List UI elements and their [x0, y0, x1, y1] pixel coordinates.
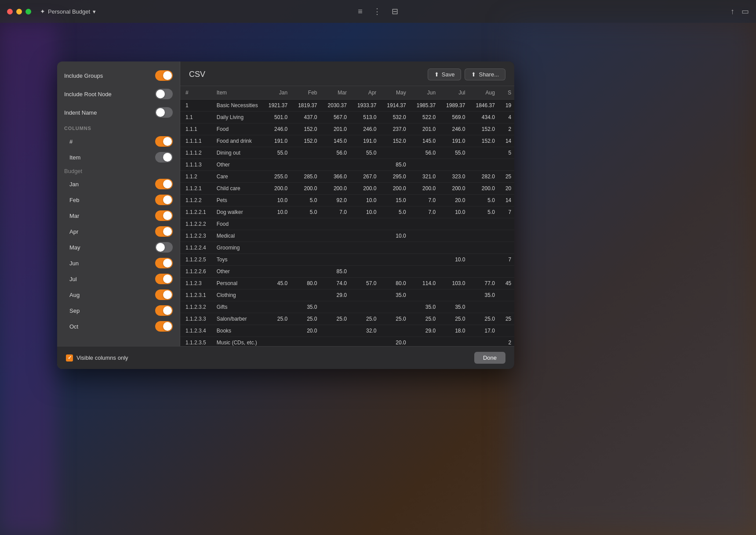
month-jul-toggle[interactable]	[155, 274, 173, 284]
cell-jul: 10.0	[441, 254, 470, 266]
titlebar: ✦ Personal Budget ▾ ≡ ⋮ ⊟ ↑ ▭	[0, 0, 756, 23]
cell-apr	[352, 301, 382, 313]
cell-aug: 77.0	[470, 278, 500, 289]
table-row: 1.1.1.3Other85.0	[180, 159, 514, 171]
cell-feb: 5.0	[293, 206, 322, 218]
month-oct-toggle[interactable]	[155, 321, 173, 332]
month-apr-toggle[interactable]	[155, 226, 173, 237]
month-sep-toggle[interactable]	[155, 305, 173, 316]
cell-jul: 18.0	[441, 325, 470, 337]
month-feb-toggle[interactable]	[155, 195, 173, 205]
cell-s: 7	[500, 254, 514, 266]
cell-may: 35.0	[382, 289, 411, 301]
table-row: 1.1.2.2.6Other85.0	[180, 266, 514, 278]
cell-mar	[323, 159, 352, 171]
month-mar-row: Mar	[64, 210, 173, 221]
month-aug-toggle[interactable]	[155, 289, 173, 300]
month-oct-label: Oct	[69, 323, 78, 330]
list-icon[interactable]: ≡	[358, 7, 363, 16]
cell-jan	[263, 289, 293, 301]
include-groups-row: Include Groups	[64, 70, 173, 81]
col-jun: Jun	[411, 86, 441, 100]
cell-aug: 1846.37	[470, 100, 500, 112]
sidebar-icon[interactable]: ▭	[741, 7, 749, 16]
indent-name-toggle[interactable]	[155, 107, 173, 118]
cell-num: 1.1.2	[180, 171, 211, 183]
cell-item: Toys	[211, 254, 263, 266]
cell-may: 152.0	[382, 135, 411, 147]
month-mar-toggle[interactable]	[155, 210, 173, 221]
titlebar-center: ≡ ⋮ ⊟	[358, 7, 398, 16]
cell-jun	[411, 218, 441, 230]
cell-s: 14	[500, 195, 514, 206]
cell-num: 1.1.2.3	[180, 278, 211, 289]
cell-mar	[323, 301, 352, 313]
cell-num: 1.1.2.2.2	[180, 218, 211, 230]
cell-jul	[441, 230, 470, 242]
cell-s: 14	[500, 135, 514, 147]
left-panel: Include Groups Include Root Node Indent …	[57, 61, 180, 369]
col-sep: S	[500, 86, 514, 100]
cell-apr: 191.0	[352, 135, 382, 147]
visible-columns-label: Visible columns only	[76, 354, 128, 361]
cell-may	[382, 325, 411, 337]
cell-jan	[263, 254, 293, 266]
cell-feb	[293, 254, 322, 266]
cell-aug: 152.0	[470, 135, 500, 147]
table-container[interactable]: # Item Jan Feb Mar Apr May Jun Jul Aug S…	[180, 86, 514, 346]
cell-jan: 55.0	[263, 147, 293, 159]
month-jan-toggle[interactable]	[155, 179, 173, 189]
include-root-toggle[interactable]	[155, 89, 173, 99]
cell-apr: 1933.37	[352, 100, 382, 112]
dots-icon[interactable]: ⋮	[373, 7, 381, 16]
visible-columns-checkbox[interactable]: ✓	[66, 354, 73, 361]
cell-apr: 246.0	[352, 123, 382, 135]
maximize-button[interactable]	[25, 9, 31, 14]
close-button[interactable]	[7, 9, 13, 14]
hash-column-toggle[interactable]	[155, 136, 173, 147]
month-may-toggle[interactable]	[155, 242, 173, 253]
bottom-bar: ✓ Visible columns only Done	[57, 346, 514, 369]
table-row: 1.1Daily Living501.0437.0567.0513.0532.0…	[180, 112, 514, 123]
cell-jun	[411, 242, 441, 254]
cell-mar: 366.0	[323, 171, 352, 183]
cell-s	[500, 230, 514, 242]
cell-mar	[323, 242, 352, 254]
right-panel: CSV ⬆ Save ⬆ Share... # Item Jan	[180, 61, 514, 369]
cell-item: Salon/barber	[211, 313, 263, 325]
cell-jul	[441, 242, 470, 254]
dropdown-icon[interactable]: ▾	[93, 8, 96, 15]
month-jun-toggle[interactable]	[155, 258, 173, 268]
cell-num: 1.1.1.1	[180, 135, 211, 147]
cell-jun: 145.0	[411, 135, 441, 147]
cell-jul	[441, 159, 470, 171]
save-button[interactable]: ⬆ Save	[428, 69, 462, 80]
cell-aug	[470, 337, 500, 347]
item-column-toggle[interactable]	[155, 152, 173, 163]
cell-aug	[470, 218, 500, 230]
cell-apr: 200.0	[352, 183, 382, 195]
cell-jun	[411, 266, 441, 278]
cell-may	[382, 254, 411, 266]
cell-s: 25	[500, 313, 514, 325]
cell-num: 1.1.2.3.4	[180, 325, 211, 337]
cell-jun: 522.0	[411, 112, 441, 123]
done-button[interactable]: Done	[474, 352, 505, 364]
columns-icon[interactable]: ⊟	[392, 7, 398, 16]
cell-apr	[352, 266, 382, 278]
cell-item: Daily Living	[211, 112, 263, 123]
csv-header: CSV ⬆ Save ⬆ Share...	[180, 61, 514, 86]
minimize-button[interactable]	[16, 9, 22, 14]
cell-num: 1.1.2.2.5	[180, 254, 211, 266]
cell-may: 85.0	[382, 159, 411, 171]
include-groups-toggle[interactable]	[155, 70, 173, 81]
share-button[interactable]: ⬆ Share...	[465, 69, 505, 80]
cell-jun: 35.0	[411, 301, 441, 313]
table-row: 1.1.2.1Child care200.0200.0200.0200.0200…	[180, 183, 514, 195]
cell-jun: 56.0	[411, 147, 441, 159]
cell-mar	[323, 337, 352, 347]
cell-aug: 434.0	[470, 112, 500, 123]
month-jul-label: Jul	[69, 276, 77, 282]
cell-jan: 10.0	[263, 195, 293, 206]
share-icon[interactable]: ↑	[731, 7, 734, 16]
